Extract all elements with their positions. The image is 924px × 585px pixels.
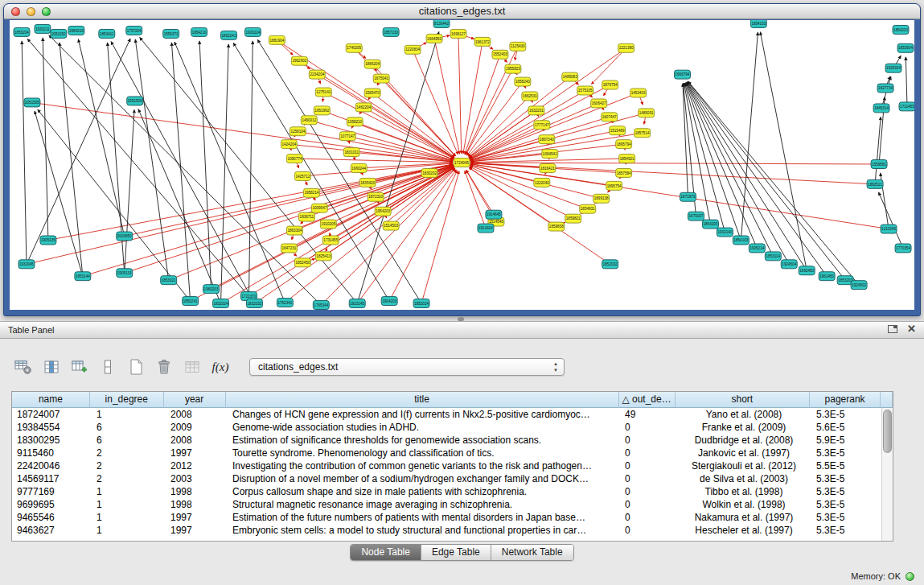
delete-icon[interactable]: [154, 357, 175, 377]
graph-node[interactable]: 1930211: [35, 24, 51, 33]
graph-node[interactable]: 1836711: [298, 212, 314, 221]
graph-node[interactable]: 1854203: [893, 25, 909, 34]
graph-node[interactable]: 1845314: [873, 104, 889, 113]
tab-edge-table[interactable]: Edge Table: [421, 545, 491, 560]
graph-edge[interactable]: [591, 48, 626, 84]
graph-node[interactable]: 1859838: [548, 222, 565, 231]
graph-node[interactable]: 1924502: [851, 281, 867, 290]
graph-node[interactable]: 1854203: [702, 220, 718, 229]
graph-node[interactable]: 1515469: [610, 126, 626, 135]
new-file-icon[interactable]: [125, 357, 146, 377]
graph-node[interactable]: 1064541: [542, 150, 558, 159]
float-panel-icon[interactable]: [888, 325, 897, 333]
graph-node[interactable]: 1962902: [291, 56, 307, 65]
close-panel-icon[interactable]: ✕: [907, 323, 916, 335]
graph-node[interactable]: 1559581: [871, 160, 887, 169]
network-canvas[interactable]: 1724045188190419629022234204127514118519…: [10, 20, 914, 310]
table-row[interactable]: 1830029562008Estimation of significance …: [12, 434, 893, 447]
graph-node[interactable]: 2234204: [309, 70, 325, 79]
graph-edge[interactable]: [321, 169, 455, 305]
graph-node[interactable]: 1914645: [486, 210, 502, 219]
graph-node[interactable]: 1765344: [313, 301, 329, 310]
graph-node[interactable]: 1966794: [675, 70, 691, 79]
graph-node[interactable]: 1960244: [351, 164, 367, 173]
graph-edge[interactable]: [467, 82, 523, 156]
graph-node[interactable]: 1852024: [413, 299, 429, 308]
graph-node[interactable]: 1962450: [819, 272, 835, 281]
row-height-icon[interactable]: [97, 357, 118, 377]
graph-node[interactable]: 1752341: [277, 299, 293, 307]
import-table-icon[interactable]: [182, 357, 203, 377]
graph-node[interactable]: 2620650: [117, 232, 133, 241]
table-row[interactable]: 1938455462009Genome-wide association stu…: [12, 421, 893, 434]
graph-node[interactable]: 1886204: [364, 60, 380, 68]
graph-node[interactable]: 1853144: [75, 272, 91, 281]
graph-node[interactable]: 1863304: [286, 226, 302, 235]
graph-node[interactable]: 1852032: [602, 260, 618, 269]
graph-node[interactable]: 1832024: [213, 299, 229, 308]
graph-node[interactable]: 1910205: [320, 220, 336, 229]
column-header-title[interactable]: title: [226, 392, 619, 408]
graph-node[interactable]: 1757204: [126, 26, 142, 35]
graph-node[interactable]: 1872310: [368, 192, 384, 201]
graph-node[interactable]: 1899138: [593, 194, 610, 203]
table-row[interactable]: 1456911722003Disruption of a novel membe…: [12, 472, 893, 485]
graph-node[interactable]: 1854921: [619, 154, 635, 163]
column-header-out_de[interactable]: △ out_de…: [619, 392, 676, 408]
graph-node[interactable]: 2051505: [24, 98, 40, 107]
graph-edge[interactable]: [906, 57, 907, 107]
graph-node[interactable]: 1954210: [191, 27, 207, 36]
graph-edge[interactable]: [125, 165, 454, 273]
table-row[interactable]: 911546021997Tourette syndrome. Phenomeno…: [12, 447, 893, 459]
network-window-titlebar[interactable]: citations_edges.txt: [4, 4, 920, 19]
graph-node[interactable]: 1835420: [359, 178, 376, 187]
graph-node[interactable]: 1853904: [897, 43, 914, 52]
graph-edge[interactable]: [470, 167, 573, 219]
graph-edge[interactable]: [27, 39, 248, 296]
graph-edge[interactable]: [125, 164, 454, 236]
table-row[interactable]: 2242004622012Investigating the contribut…: [12, 459, 893, 472]
graph-node[interactable]: 1961372: [474, 37, 491, 46]
graph-node[interactable]: 1077147: [339, 132, 355, 141]
graph-node[interactable]: 1958214: [303, 188, 319, 197]
graph-node[interactable]: 1850241: [183, 297, 199, 306]
graph-node[interactable]: 1424204: [281, 140, 297, 149]
graph-node[interactable]: 1485083: [562, 72, 578, 81]
graph-node[interactable]: 1867343: [539, 135, 555, 144]
graph-node[interactable]: 1854103: [733, 236, 749, 245]
table-row[interactable]: 977716911998Corpus callosum shape and si…: [12, 485, 893, 498]
graph-node[interactable]: 1905133: [117, 269, 133, 278]
graph-node[interactable]: 1827734: [877, 84, 893, 93]
graph-node[interactable]: 1954203: [375, 207, 391, 216]
graph-node[interactable]: 1514503: [383, 221, 399, 230]
graph-node[interactable]: 1857584: [616, 168, 632, 177]
graph-edge[interactable]: [111, 42, 254, 304]
graph-edge[interactable]: [171, 43, 190, 301]
graph-node[interactable]: 1852241: [221, 31, 237, 39]
table-row[interactable]: 946362711997Embryonic stem cells: a mode…: [12, 524, 893, 537]
graph-edge[interactable]: [43, 38, 48, 241]
graph-node[interactable]: 1358210: [347, 117, 363, 126]
graph-node[interactable]: 1895794: [616, 140, 632, 149]
graph-node[interactable]: 1258104: [290, 127, 306, 136]
graph-node[interactable]: 1904203: [381, 297, 397, 306]
table-selector-dropdown[interactable]: citations_edges.txt ▲▼: [249, 358, 565, 376]
graph-node[interactable]: 1607447: [602, 113, 618, 122]
graph-node[interactable]: 1881904: [269, 35, 285, 44]
table-vertical-scrollbar[interactable]: [881, 408, 893, 541]
graph-node[interactable]: 2051509: [127, 97, 143, 105]
graph-edge[interactable]: [465, 171, 486, 228]
graph-node[interactable]: 1664950: [426, 34, 442, 43]
table-row[interactable]: 946554611997Estimation of the future num…: [12, 511, 893, 524]
graph-node[interactable]: 1692450: [799, 266, 815, 275]
graph-node[interactable]: 1952450: [294, 258, 310, 267]
column-header-in_degree[interactable]: in_degree: [90, 392, 164, 408]
graph-node[interactable]: 1854931: [580, 204, 596, 213]
graph-node[interactable]: 1905214: [749, 244, 765, 253]
graph-node[interactable]: 1925304: [885, 64, 901, 72]
graph-node[interactable]: 1662531: [522, 92, 538, 101]
graph-node[interactable]: 1777147: [534, 121, 550, 130]
graph-edge[interactable]: [463, 42, 483, 154]
graph-node[interactable]: 1125430: [510, 42, 526, 51]
graph-node[interactable]: 1485091: [639, 109, 655, 117]
